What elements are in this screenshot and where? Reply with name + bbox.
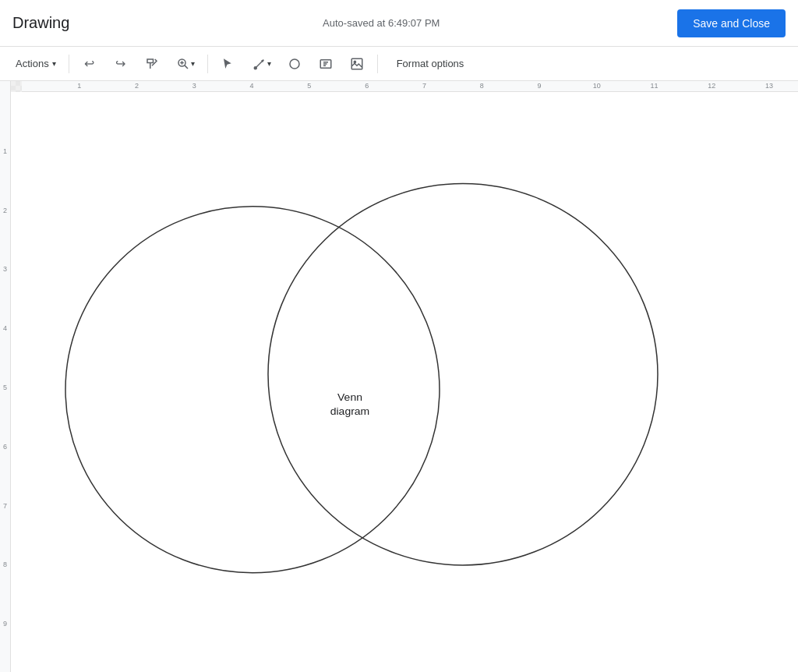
ruler-h-mark-6: 6 bbox=[365, 82, 369, 90]
undo-button[interactable]: ↩ bbox=[76, 53, 104, 75]
actions-menu[interactable]: Actions ▾ bbox=[9, 55, 62, 73]
image-icon bbox=[349, 56, 365, 72]
autosave-status: Auto-saved at 6:49:07 PM bbox=[85, 17, 677, 29]
actions-chevron-icon: ▾ bbox=[52, 59, 56, 68]
toolbar-divider-3 bbox=[377, 55, 378, 73]
redo-icon: ↪ bbox=[113, 56, 129, 72]
svg-point-13 bbox=[268, 183, 658, 564]
line-tool-button[interactable]: ▾ bbox=[245, 53, 277, 75]
actions-label: Actions bbox=[16, 58, 49, 69]
svg-point-5 bbox=[290, 59, 299, 69]
ruler-horizontal: 12345678910111213 bbox=[22, 81, 798, 92]
canvas-area: 123456789 12345678910111213 Venn diagram bbox=[0, 81, 798, 672]
zoom-chevron: ▾ bbox=[191, 59, 195, 68]
ruler-h-mark-2: 2 bbox=[135, 82, 139, 90]
ruler-vertical: 123456789 bbox=[0, 81, 11, 672]
undo-icon: ↩ bbox=[82, 56, 97, 72]
paint-format-button[interactable] bbox=[138, 53, 166, 75]
ruler-h-mark-3: 3 bbox=[192, 82, 196, 90]
toolbar-divider-1 bbox=[69, 55, 69, 73]
app-title: Drawing bbox=[12, 14, 69, 32]
zoom-icon bbox=[175, 56, 191, 72]
select-tool-button[interactable] bbox=[214, 53, 242, 75]
textbox-tool-button[interactable] bbox=[312, 53, 340, 75]
drawing-canvas[interactable]: 12345678910111213 Venn diagram bbox=[11, 81, 798, 672]
svg-text:diagram: diagram bbox=[330, 405, 370, 417]
paint-format-icon bbox=[144, 56, 160, 72]
ruler-v-mark-6: 6 bbox=[0, 443, 10, 451]
ruler-h-mark-7: 7 bbox=[422, 82, 426, 90]
format-options-button[interactable]: Format options bbox=[390, 55, 471, 73]
ruler-h-mark-12: 12 bbox=[708, 82, 715, 90]
ruler-h-mark-13: 13 bbox=[765, 82, 773, 90]
redo-button[interactable]: ↪ bbox=[107, 53, 135, 75]
ruler-h-mark-9: 9 bbox=[537, 82, 541, 90]
toolbar-divider-2 bbox=[207, 55, 208, 73]
header: Drawing Auto-saved at 6:49:07 PM Save an… bbox=[0, 0, 798, 47]
ruler-h-mark-10: 10 bbox=[593, 82, 601, 90]
svg-point-12 bbox=[65, 207, 440, 573]
shape-tool-button[interactable] bbox=[281, 53, 309, 75]
ruler-h-mark-8: 8 bbox=[480, 82, 484, 90]
drawing-page[interactable]: Venn diagram bbox=[11, 92, 798, 672]
ruler-h-mark-5: 5 bbox=[307, 82, 311, 90]
ruler-v-mark-2: 2 bbox=[0, 207, 10, 214]
ruler-h-mark-4: 4 bbox=[250, 82, 254, 90]
svg-point-11 bbox=[354, 61, 355, 62]
shape-icon bbox=[287, 56, 302, 72]
ruler-v-mark-5: 5 bbox=[0, 384, 10, 391]
ruler-v-mark-8: 8 bbox=[0, 561, 10, 568]
zoom-button[interactable]: ▾ bbox=[169, 53, 201, 75]
textbox-icon bbox=[318, 56, 334, 72]
line-icon bbox=[252, 56, 267, 72]
ruler-v-mark-7: 7 bbox=[0, 502, 10, 510]
select-icon bbox=[221, 56, 236, 72]
svg-line-1 bbox=[185, 65, 188, 68]
ruler-h-mark-11: 11 bbox=[651, 82, 659, 90]
image-tool-button[interactable] bbox=[343, 53, 371, 75]
toolbar: Actions ▾ ↩ ↪ ▾ bbox=[0, 47, 798, 81]
line-chevron: ▾ bbox=[267, 59, 271, 68]
svg-text:Venn: Venn bbox=[337, 391, 362, 404]
svg-point-4 bbox=[254, 66, 256, 69]
ruler-v-mark-9: 9 bbox=[0, 620, 10, 628]
ruler-v-mark-1: 1 bbox=[0, 147, 10, 155]
venn-diagram-svg: Venn diagram bbox=[11, 92, 798, 672]
ruler-h-mark-1: 1 bbox=[77, 82, 81, 90]
ruler-v-mark-3: 3 bbox=[0, 265, 10, 273]
save-and-close-button[interactable]: Save and Close bbox=[677, 9, 786, 37]
ruler-v-mark-4: 4 bbox=[0, 324, 10, 332]
